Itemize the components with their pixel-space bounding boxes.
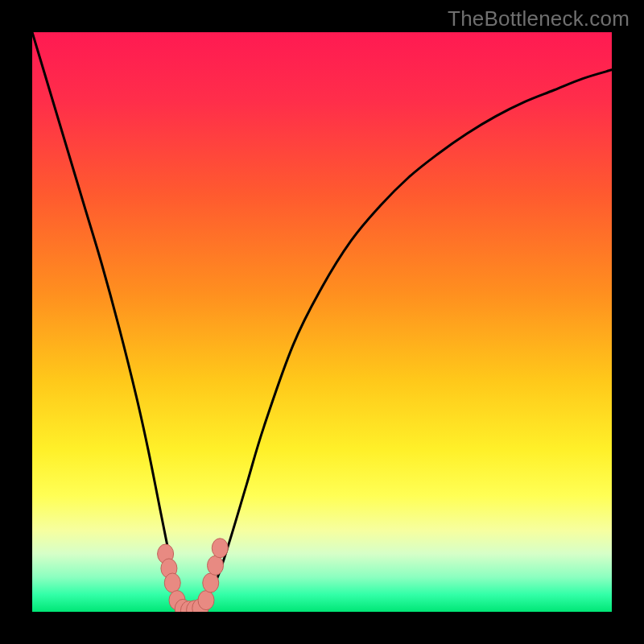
curve-layer bbox=[32, 32, 612, 612]
chart-frame: TheBottleneck.com bbox=[0, 0, 644, 644]
marker-dot bbox=[164, 573, 180, 592]
curve-markers bbox=[158, 539, 229, 612]
plot-area bbox=[32, 32, 612, 612]
marker-dot bbox=[203, 573, 219, 592]
marker-dot bbox=[212, 539, 228, 558]
watermark-text: TheBottleneck.com bbox=[448, 6, 630, 31]
bottleneck-curve bbox=[32, 32, 612, 612]
marker-dot bbox=[198, 591, 214, 610]
marker-dot bbox=[208, 555, 224, 575]
